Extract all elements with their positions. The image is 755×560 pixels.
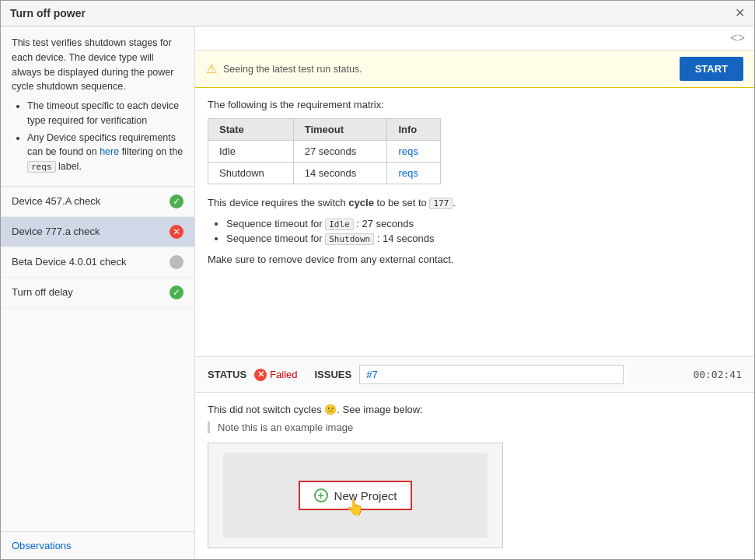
close-button[interactable]: ✕ <box>735 7 745 19</box>
warning-text: Seeing the latest test run status. <box>223 64 362 75</box>
table-header-timeout: Timeout <box>293 119 387 141</box>
window-title: Turn off power <box>10 7 86 19</box>
test-item-4-name: Turn off delay <box>12 286 170 298</box>
test-item-4[interactable]: Turn off delay ✓ <box>1 278 194 308</box>
idle-code: Idle <box>325 219 354 230</box>
warning-icon: ⚠ <box>206 61 217 76</box>
table-header-info: Info <box>387 119 441 141</box>
description-list: The timeout specific to each device type… <box>27 99 184 174</box>
test-item-1-name: Device 457.A check <box>12 195 170 207</box>
reqs-link-1[interactable]: reqs <box>398 145 418 157</box>
new-project-button[interactable]: + New Project 👆 <box>299 481 413 510</box>
issues-input[interactable] <box>359 365 624 384</box>
observations-link[interactable]: Observations <box>1 531 194 559</box>
status-bar: STATUS ✕ Failed ISSUES 00:02:41 <box>195 356 754 393</box>
start-button[interactable]: START <box>680 57 743 81</box>
here-link[interactable]: here <box>100 146 119 157</box>
result-text: This did not switch cycles 😕. See image … <box>208 404 742 415</box>
cycle-text: This device requires the switch cycle to… <box>208 195 742 212</box>
table-header-state: State <box>208 119 294 141</box>
test-item-2-name: Device 777.a check <box>12 226 170 237</box>
new-project-label: New Project <box>334 489 397 502</box>
cycle-value: 177 <box>429 198 453 209</box>
test-item-1-status: ✓ <box>170 194 184 208</box>
test-item-2[interactable]: Device 777.a check ✕ <box>1 217 194 247</box>
left-panel: This test verifies shutdown stages for e… <box>1 26 195 559</box>
titlebar: Turn off power ✕ <box>1 1 754 26</box>
status-value: Failed <box>270 369 297 380</box>
test-item-3-status <box>170 255 184 269</box>
code-icon[interactable]: <> <box>730 31 745 45</box>
test-item-2-status: ✕ <box>170 225 184 239</box>
table-cell-state-1: Idle <box>208 141 294 163</box>
table-cell-info-2: reqs <box>387 163 441 184</box>
warning-banner: ⚠ Seeing the latest test run status. STA… <box>195 51 754 88</box>
table-cell-info-1: reqs <box>387 141 441 163</box>
table-cell-state-2: Shutdown <box>208 163 294 184</box>
requirement-heading: The following is the requirement matrix: <box>208 99 742 110</box>
observations-label: Observations <box>12 540 72 551</box>
description-bullet-2: Any Device specifics requirements can be… <box>27 131 184 174</box>
top-header: <> <box>195 26 754 51</box>
contact-text: Make sure to remove device from any exte… <box>208 252 742 268</box>
warning-text-area: ⚠ Seeing the latest test run status. <box>206 61 362 76</box>
image-preview: + New Project 👆 <box>208 443 503 548</box>
table-row: Shutdown 14 seconds reqs <box>208 163 441 184</box>
main-window: Turn off power ✕ This test verifies shut… <box>0 0 755 560</box>
failed-icon: ✕ <box>254 369 267 381</box>
reqs-link-2[interactable]: reqs <box>398 167 418 179</box>
cursor-icon: 👆 <box>345 498 365 516</box>
test-item-1[interactable]: Device 457.A check ✓ <box>1 187 194 217</box>
reqs-label-code: reqs <box>27 161 56 173</box>
table-row: Idle 27 seconds reqs <box>208 141 441 163</box>
status-label: STATUS <box>208 369 246 380</box>
table-cell-timeout-2: 14 seconds <box>293 163 387 184</box>
test-item-3[interactable]: Beta Device 4.0.01 check <box>1 247 194 278</box>
result-panel: This did not switch cycles 😕. See image … <box>195 393 754 559</box>
content-area: This test verifies shutdown stages for e… <box>1 26 754 559</box>
image-preview-inner: + New Project 👆 <box>223 453 488 538</box>
sequence-bullets: Sequence timeout for Idle : 27 seconds S… <box>226 218 742 244</box>
sequence-bullet-2: Sequence timeout for Shutdown : 14 secon… <box>226 233 742 244</box>
tests-list: Device 457.A check ✓ Device 777.a check … <box>1 187 194 531</box>
description-intro: This test verifies shutdown stages for e… <box>12 37 173 92</box>
table-cell-timeout-1: 27 seconds <box>293 141 387 163</box>
shutdown-code: Shutdown <box>325 233 374 245</box>
result-note: Note this is an example image <box>208 422 742 433</box>
main-content: The following is the requirement matrix:… <box>195 88 754 356</box>
test-item-3-name: Beta Device 4.0.01 check <box>12 256 170 268</box>
cycle-bold: cycle <box>348 197 374 208</box>
sequence-bullet-1: Sequence timeout for Idle : 27 seconds <box>226 218 742 229</box>
plus-icon: + <box>314 488 328 502</box>
status-failed: ✕ Failed <box>254 369 297 381</box>
requirement-table: State Timeout Info Idle 27 seconds reqs … <box>208 118 441 184</box>
description-area: This test verifies shutdown stages for e… <box>1 26 194 187</box>
description-bullet-1: The timeout specific to each device type… <box>27 99 184 128</box>
issues-label: ISSUES <box>315 369 352 380</box>
right-panel: <> ⚠ Seeing the latest test run status. … <box>195 26 754 559</box>
timer: 00:02:41 <box>693 369 742 380</box>
test-item-4-status: ✓ <box>170 285 184 299</box>
